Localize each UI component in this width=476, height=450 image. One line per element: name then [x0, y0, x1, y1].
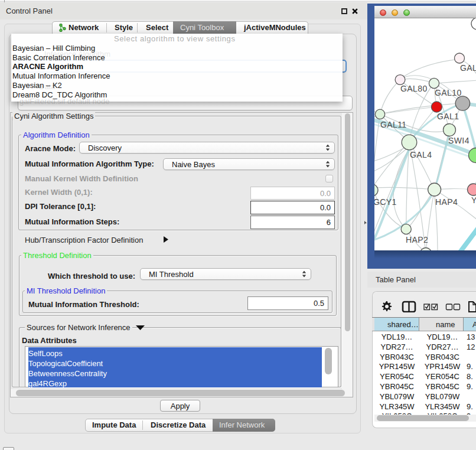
svg-text:HAP4: HAP4	[435, 197, 458, 207]
svg-text:Y: Y	[471, 195, 476, 205]
svg-text:GAL4: GAL4	[410, 150, 432, 159]
svg-text:SWI4: SWI4	[448, 136, 470, 145]
svg-text:GAL11: GAL11	[380, 120, 407, 129]
svg-text:GAL2: GAL2	[460, 63, 476, 73]
svg-text:HAP2: HAP2	[406, 235, 428, 244]
svg-text:GCY1: GCY1	[374, 197, 397, 207]
svg-text:GAL80: GAL80	[400, 84, 428, 93]
svg-text:GAL1: GAL1	[437, 112, 459, 121]
svg-text:GAL10: GAL10	[435, 88, 462, 97]
